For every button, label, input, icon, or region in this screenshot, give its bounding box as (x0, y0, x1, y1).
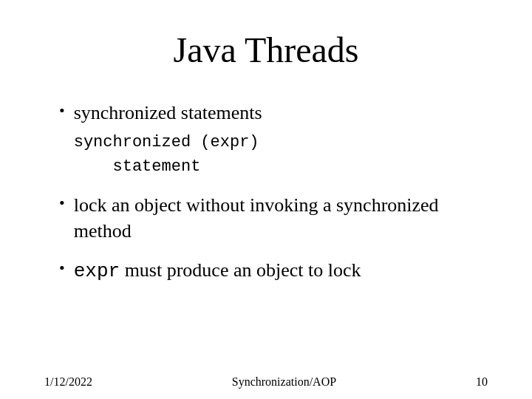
footer-page: 10 (476, 375, 488, 389)
bullet-content-3: expr must produce an object to lock (74, 257, 361, 284)
code-block-1: synchronized (expr) statement (74, 130, 262, 179)
title-area: Java Threads (44, 0, 488, 92)
bullet-text-3-after: must produce an object to lock (120, 259, 361, 281)
bullet-text-3: expr must produce an object to lock (74, 259, 361, 281)
footer-date: 1/12/2022 (44, 375, 92, 389)
bullet-content-2: lock an object without invoking a synchr… (74, 192, 488, 244)
bullet-item-2: • lock an object without invoking a sync… (59, 192, 488, 244)
bullet-item-3: • expr must produce an object to lock (59, 257, 488, 284)
footer: 1/12/2022 Synchronization/AOP 10 (44, 368, 488, 399)
bullet-marker-2: • (59, 194, 65, 213)
bullet-text-1: synchronized statements (74, 102, 262, 123)
footer-title: Synchronization/AOP (232, 375, 336, 389)
bullet-content-1: synchronized statements synchronized (ex… (74, 100, 262, 179)
content-area: • synchronized statements synchronized (… (44, 92, 488, 368)
bullet-marker-1: • (59, 101, 65, 120)
bullet-marker-3: • (59, 259, 65, 278)
bullet-item-1: • synchronized statements synchronized (… (59, 100, 488, 179)
bullet-text-2: lock an object without invoking a synchr… (74, 194, 439, 242)
inline-code-expr: expr (74, 260, 120, 282)
slide-title: Java Threads (44, 30, 488, 70)
slide: Java Threads • synchronized statements s… (0, 0, 532, 399)
